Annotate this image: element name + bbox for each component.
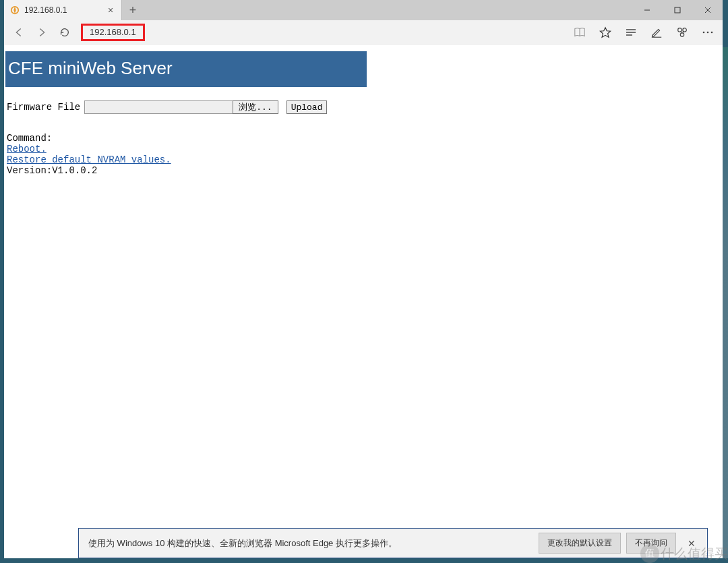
reading-view-icon[interactable] bbox=[573, 26, 586, 39]
file-input[interactable] bbox=[84, 100, 233, 114]
maximize-button[interactable] bbox=[662, 0, 692, 20]
restore-nvram-link[interactable]: Restore default NVRAM values. bbox=[7, 154, 171, 165]
command-block: Command: Reboot. Restore default NVRAM v… bbox=[7, 133, 723, 176]
browser-tab[interactable]: 192.168.0.1 × bbox=[4, 0, 122, 20]
favorites-icon[interactable] bbox=[599, 26, 612, 39]
firmware-row: Firmware File 浏览... Upload bbox=[7, 100, 723, 114]
svg-point-14 bbox=[711, 31, 713, 33]
version-text: Version:V1.0.0.2 bbox=[7, 165, 723, 176]
right-edge-strip bbox=[723, 47, 728, 558]
upload-button[interactable]: Upload bbox=[286, 100, 328, 114]
edge-promo-banner: 使用为 Windows 10 构建的快速、全新的浏览器 Microsoft Ed… bbox=[78, 528, 708, 558]
tab-strip: 192.168.0.1 × + bbox=[4, 0, 723, 20]
firmware-label: Firmware File bbox=[7, 102, 80, 113]
banner-message: 使用为 Windows 10 构建的快速、全新的浏览器 Microsoft Ed… bbox=[88, 537, 533, 550]
browse-button[interactable]: 浏览... bbox=[233, 100, 278, 114]
forward-button[interactable] bbox=[35, 26, 49, 39]
svg-point-13 bbox=[707, 31, 709, 33]
banner-close-icon[interactable]: ✕ bbox=[686, 538, 698, 549]
svg-point-11 bbox=[680, 32, 684, 36]
window-controls bbox=[632, 0, 723, 20]
page-title: CFE miniWeb Server bbox=[5, 51, 367, 87]
share-icon[interactable] bbox=[675, 26, 689, 39]
address-text: 192.168.0.1 bbox=[90, 27, 136, 37]
svg-rect-2 bbox=[675, 7, 680, 13]
change-defaults-button[interactable]: 更改我的默认设置 bbox=[539, 533, 621, 554]
navigation-bar: 192.168.0.1 bbox=[4, 20, 723, 45]
tab-favicon-icon bbox=[9, 5, 20, 16]
svg-point-12 bbox=[703, 31, 705, 33]
dont-ask-button[interactable]: 不再询问 bbox=[626, 533, 676, 554]
browser-window: 192.168.0.1 × + 192.168.0.1 bbox=[4, 0, 723, 558]
refresh-button[interactable] bbox=[58, 26, 71, 39]
nav-right-icons bbox=[573, 26, 715, 39]
address-bar[interactable]: 192.168.0.1 bbox=[81, 24, 145, 41]
back-button[interactable] bbox=[12, 26, 26, 39]
more-icon[interactable] bbox=[701, 26, 715, 39]
reboot-link[interactable]: Reboot. bbox=[7, 144, 47, 154]
hub-icon[interactable] bbox=[624, 26, 638, 39]
minimize-button[interactable] bbox=[632, 0, 662, 20]
close-window-button[interactable] bbox=[692, 0, 723, 20]
web-note-icon[interactable] bbox=[650, 26, 663, 39]
tab-title: 192.168.0.1 bbox=[24, 5, 101, 15]
page-content: CFE miniWeb Server Firmware File 浏览... U… bbox=[4, 45, 723, 558]
command-label: Command: bbox=[7, 133, 723, 144]
tab-close-icon[interactable]: × bbox=[105, 5, 116, 16]
new-tab-button[interactable]: + bbox=[122, 0, 144, 20]
